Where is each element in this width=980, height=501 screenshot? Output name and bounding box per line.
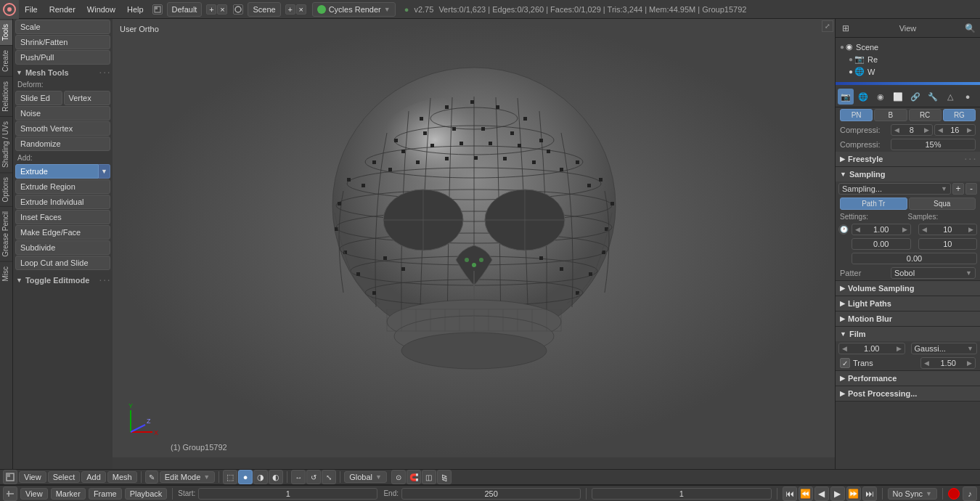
scene-item-re[interactable]: ● 📷 Re	[838, 53, 977, 65]
smooth-vertex-btn[interactable]: Smooth Vertex	[15, 121, 110, 136]
timeline-view-btn[interactable]: View	[20, 488, 48, 500]
mesh-tools-header[interactable]: ▼ Mesh Tools · · ·	[13, 65, 113, 78]
make-edge-face-btn[interactable]: Make Edge/Face	[15, 225, 110, 240]
pivot-selector[interactable]: Global ▼	[344, 471, 387, 483]
volume-sampling-header[interactable]: ▶ Volume Sampling	[836, 281, 980, 296]
noise-btn[interactable]: Noise	[15, 106, 110, 121]
workspace-selector[interactable]: Default	[167, 2, 203, 17]
vtab-shading[interactable]: Shading / UVs	[0, 116, 12, 172]
randomize-btn[interactable]: Randomize	[15, 137, 110, 151]
play-btn[interactable]: ▶	[830, 486, 845, 501]
light-paths-header[interactable]: ▶ Light Paths	[836, 296, 980, 311]
scene-item-w[interactable]: ● 🌐 W	[838, 65, 977, 78]
film-trans-checkbox[interactable]	[840, 358, 850, 368]
push-pull-btn[interactable]: Push/Pull	[15, 50, 110, 65]
square-btn[interactable]: Squa	[909, 197, 976, 210]
add-menu-btn[interactable]: Add	[81, 471, 106, 483]
play-back-btn[interactable]: ◀	[814, 486, 829, 501]
move-icon-btn[interactable]: ↔	[291, 470, 306, 484]
mesh-menu-btn[interactable]: Mesh	[107, 471, 137, 483]
scale-icon-btn[interactable]: ⤡	[322, 470, 336, 484]
render-engine-selector[interactable]: Cycles Render ▼	[312, 2, 396, 17]
pn-tab[interactable]: PN	[840, 109, 873, 121]
extrude-region-btn[interactable]: Extrude Region	[15, 179, 110, 194]
material-icon[interactable]: ●	[960, 89, 976, 105]
freestyle-header[interactable]: ▶ Freestyle · · ·	[836, 152, 980, 166]
settings-val1-field[interactable]: ◀ 1.00 ▶	[852, 224, 911, 235]
constraints-icon[interactable]: 🔗	[907, 89, 923, 105]
performance-header[interactable]: ▶ Performance	[836, 371, 980, 386]
snap-icon-btn[interactable]: 🧲	[407, 470, 421, 484]
sampling-minus-btn[interactable]: -	[965, 183, 977, 195]
render-preview-btn[interactable]: ◐	[269, 470, 283, 484]
search-icon-btn[interactable]: 🔍	[963, 21, 977, 36]
scene-item-scene[interactable]: ● ◉ Scene	[838, 41, 977, 53]
skull-viewport[interactable]	[113, 19, 835, 457]
workspace-remove-btn[interactable]: ×	[217, 4, 227, 15]
main-viewport[interactable]: User Ortho ⤢ X Y Z (1) Group15792	[113, 19, 835, 457]
loop-cut-btn[interactable]: Loop Cut and Slide	[15, 256, 110, 270]
viewport-type-icon[interactable]	[3, 470, 17, 484]
vertex-btn[interactable]: Vertex	[64, 91, 111, 105]
samples-val1-field[interactable]: ◀ 10 ▶	[918, 224, 978, 235]
jump-start-btn[interactable]: ⏮	[783, 486, 797, 501]
help-menu[interactable]: Help	[121, 0, 150, 19]
modifiers-icon[interactable]: 🔧	[925, 89, 941, 105]
scene-remove-btn[interactable]: ×	[296, 4, 306, 15]
jump-end-btn[interactable]: ⏭	[862, 486, 877, 501]
subdivide-btn[interactable]: Subdivide	[15, 240, 110, 255]
vtab-misc[interactable]: Misc	[0, 261, 12, 286]
rotate-icon-btn[interactable]: ↺	[306, 470, 321, 484]
end-frame-field[interactable]: 250	[401, 488, 581, 500]
color-val1-field[interactable]: ◀ 8 ▶	[891, 124, 933, 136]
view-icon-btn[interactable]: ⊞	[838, 21, 853, 36]
timeline-playback-btn[interactable]: Playback	[125, 488, 168, 500]
inset-faces-btn[interactable]: Inset Faces	[15, 210, 110, 224]
workspace-add-btn[interactable]: +	[206, 4, 216, 15]
b-tab[interactable]: B	[874, 109, 907, 121]
extrude-individual-btn[interactable]: Extrude Individual	[15, 195, 110, 209]
slide-edge-btn[interactable]: Slide Ed	[15, 91, 62, 105]
solid-btn[interactable]: ●	[238, 470, 253, 484]
shrink-flatten-btn[interactable]: Shrink/Fatten	[15, 35, 110, 49]
film-val1-field[interactable]: ◀ 1.00 ▶	[838, 343, 905, 354]
samples-val2-field[interactable]: 10	[918, 238, 978, 250]
path-tracing-btn[interactable]: Path Tr	[840, 197, 907, 210]
vtab-grease[interactable]: Grease Pencil	[0, 206, 12, 261]
wireframe-btn[interactable]: ⬚	[223, 470, 237, 484]
mirror-icon-btn[interactable]: ⧎	[437, 470, 452, 484]
file-menu[interactable]: File	[19, 0, 44, 19]
record-btn[interactable]	[948, 488, 960, 500]
window-menu[interactable]: Window	[81, 0, 121, 19]
timeline-frame-btn[interactable]: Frame	[89, 488, 122, 500]
extrude-btn[interactable]: Extrude	[15, 164, 99, 179]
prev-keyframe-btn[interactable]: ⏪	[799, 486, 813, 501]
proportional-icon-btn[interactable]: ⊙	[391, 470, 406, 484]
clock-icon[interactable]: 🕐	[838, 224, 849, 235]
current-frame-field[interactable]: 1	[592, 488, 771, 500]
object-props-icon[interactable]: ⬜	[890, 89, 906, 105]
material-btn[interactable]: ◑	[253, 470, 268, 484]
data-icon[interactable]: △	[942, 89, 958, 105]
timeline-marker-btn[interactable]: Marker	[51, 488, 86, 500]
gaussian-dropdown[interactable]: Gaussi... ▼	[911, 343, 978, 354]
sobol-dropdown[interactable]: Sobol ▼	[891, 267, 976, 279]
rc-tab[interactable]: RC	[909, 109, 942, 121]
post-processing-header[interactable]: ▶ Post Processing...	[836, 386, 980, 401]
select-menu-btn[interactable]: Select	[48, 471, 81, 483]
audio-btn[interactable]: ♪	[963, 486, 977, 501]
extrude-dropdown-btn[interactable]: ▼	[99, 164, 110, 179]
toggle-editmode-header[interactable]: ▼ Toggle Editmode · · ·	[13, 273, 113, 286]
overlay-icon-btn[interactable]: ◫	[422, 470, 436, 484]
sync-selector[interactable]: No Sync ▼	[888, 488, 938, 500]
color-val2-field[interactable]: ◀ 16 ▶	[934, 124, 976, 136]
sampling-dropdown[interactable]: Sampling... ▼	[838, 183, 951, 195]
viewport-expand-btn[interactable]: ⤢	[822, 20, 833, 32]
scene-add-btn[interactable]: +	[285, 4, 295, 15]
next-keyframe-btn[interactable]: ⏩	[846, 486, 861, 501]
render-menu[interactable]: Render	[44, 0, 81, 19]
sampling-header[interactable]: ▼ Sampling	[836, 167, 980, 182]
world-props-icon[interactable]: ◉	[873, 89, 889, 105]
workspace-icon[interactable]	[152, 4, 163, 15]
edit-mode-selector[interactable]: Edit Mode ▼	[160, 471, 215, 483]
